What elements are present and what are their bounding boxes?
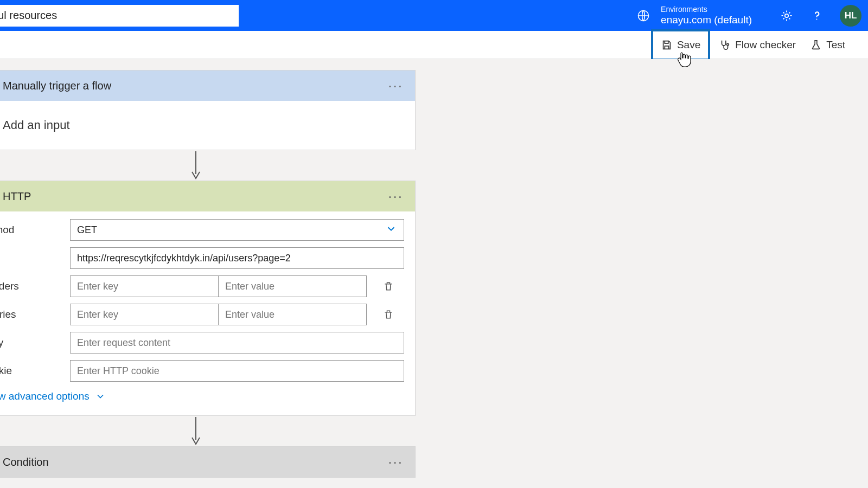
show-advanced-link[interactable]: Show advanced options: [0, 390, 406, 402]
http-card: HTTP ··· Method GET URI https://reqrescy…: [0, 181, 416, 416]
header-key-input[interactable]: Enter key: [70, 275, 218, 297]
trigger-card: Manually trigger a flow ··· + Add an inp…: [0, 70, 416, 150]
headers-label: Headers: [0, 280, 70, 292]
condition-header[interactable]: Condition ···: [0, 447, 415, 477]
http-title: HTTP: [3, 190, 386, 203]
query-delete-button[interactable]: [378, 309, 399, 320]
show-advanced-label: Show advanced options: [0, 390, 90, 402]
trash-icon: [383, 281, 394, 292]
uri-label: URI: [0, 252, 70, 264]
trash-icon: [383, 309, 394, 320]
avatar-initials: HL: [845, 10, 857, 21]
add-input-label: Add an input: [3, 118, 70, 132]
environment-picker[interactable]: Environments enayu.com (default): [661, 5, 752, 27]
trigger-menu-button[interactable]: ···: [386, 78, 405, 94]
http-menu-button[interactable]: ···: [386, 188, 405, 205]
svg-point-2: [816, 18, 818, 20]
trigger-header[interactable]: Manually trigger a flow ···: [0, 70, 415, 101]
uri-input[interactable]: https://reqrescytkjfcdykhtdyk.in/api/use…: [70, 247, 404, 269]
query-value-input[interactable]: Enter value: [218, 304, 367, 325]
help-button[interactable]: [806, 5, 828, 27]
chevron-down-icon: [95, 391, 106, 402]
trigger-title: Manually trigger a flow: [3, 80, 386, 92]
save-icon: [661, 39, 673, 51]
environment-label: Environments: [661, 5, 752, 14]
svg-point-3: [727, 43, 729, 46]
method-select[interactable]: GET: [70, 219, 404, 241]
connector-arrow: [0, 416, 416, 446]
http-header[interactable]: HTTP ···: [0, 181, 415, 211]
add-input-button[interactable]: + Add an input: [0, 116, 407, 134]
condition-menu-button[interactable]: ···: [386, 454, 405, 471]
cookie-input[interactable]: Enter HTTP cookie: [70, 360, 404, 382]
save-button[interactable]: Save: [651, 29, 710, 61]
queries-label: Queries: [0, 309, 70, 320]
method-label: Method: [0, 224, 70, 236]
save-label: Save: [677, 39, 700, 51]
app-topbar: elpful resources Environments enayu.com …: [0, 0, 868, 31]
user-avatar[interactable]: HL: [840, 5, 861, 27]
globe-icon[interactable]: [636, 8, 651, 23]
connector-arrow: [0, 150, 416, 181]
header-delete-button[interactable]: [378, 281, 399, 292]
search-input[interactable]: elpful resources: [0, 5, 239, 27]
cookie-label: Cookie: [0, 365, 70, 377]
body-input[interactable]: Enter request content: [70, 332, 404, 354]
flow-canvas[interactable]: Manually trigger a flow ··· + Add an inp…: [0, 59, 859, 488]
search-input-text: elpful resources: [0, 9, 57, 22]
flow-checker-label: Flow checker: [735, 39, 796, 51]
settings-button[interactable]: [776, 5, 797, 27]
body-label: Body: [0, 337, 70, 349]
environment-name: enayu.com (default): [661, 14, 752, 27]
flow-checker-button[interactable]: Flow checker: [713, 35, 801, 55]
condition-card: Condition ···: [0, 446, 416, 478]
method-value: GET: [77, 224, 97, 236]
condition-title: Condition: [3, 456, 386, 468]
query-key-input[interactable]: Enter key: [70, 304, 218, 325]
header-value-input[interactable]: Enter value: [218, 275, 367, 297]
gear-icon: [780, 9, 793, 22]
test-button[interactable]: Test: [805, 35, 851, 55]
svg-point-1: [785, 14, 788, 17]
help-icon: [810, 9, 824, 22]
test-label: Test: [826, 39, 845, 51]
beaker-icon: [810, 39, 822, 51]
chevron-down-icon: [385, 223, 397, 237]
stethoscope-icon: [719, 39, 731, 51]
uri-value: https://reqrescytkjfcdykhtdyk.in/api/use…: [77, 253, 291, 264]
editor-toolbar: Save Flow checker Test: [0, 31, 868, 59]
